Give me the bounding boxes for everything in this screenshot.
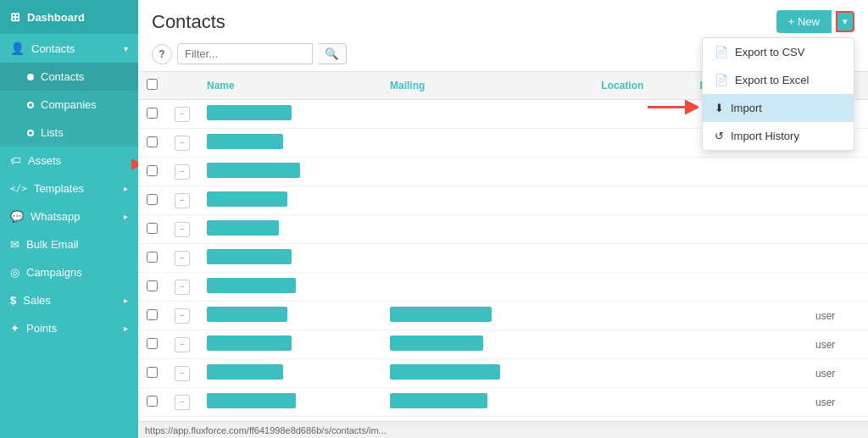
row-name-cell (198, 244, 381, 273)
row-name-cell (198, 129, 381, 158)
row-minus-button[interactable]: − (175, 308, 190, 324)
name-bar (207, 249, 292, 264)
row-mailing-cell (381, 273, 593, 302)
row-location-cell (593, 158, 691, 186)
row-minus-cell: − (166, 244, 198, 273)
sidebar-label: Whatsapp (31, 210, 81, 223)
name-bar (207, 191, 287, 207)
row-minus-cell: − (166, 129, 198, 158)
import-item[interactable]: ⬇ Import (703, 94, 854, 122)
sidebar-label: Points (26, 322, 57, 335)
row-minus-button[interactable]: − (175, 107, 190, 122)
sidebar-item-contacts-parent[interactable]: 👤 Contacts ▾ (0, 34, 138, 63)
row-checkbox[interactable] (147, 108, 158, 119)
status-badge: user (815, 396, 835, 408)
table-row: −user (138, 359, 868, 388)
row-checkbox[interactable] (147, 280, 158, 291)
row-checkbox-cell (138, 330, 166, 359)
row-status-cell (807, 215, 868, 244)
table-row: − (138, 158, 868, 186)
row-mailing-cell (381, 359, 593, 388)
row-checkbox[interactable] (147, 396, 158, 407)
table-row: − (138, 215, 868, 244)
row-minus-button[interactable]: − (175, 337, 190, 352)
row-minus-button[interactable]: − (175, 280, 190, 295)
dot-icon (27, 74, 34, 80)
select-all-checkbox[interactable] (147, 79, 158, 90)
dashboard-label: Dashboard (27, 11, 85, 24)
history-icon: ↺ (715, 130, 724, 142)
import-history-label: Import History (731, 130, 799, 142)
row-status-cell (807, 273, 868, 302)
chevron-right-icon: ▸ (124, 212, 128, 221)
chevron-right-icon: ▸ (124, 296, 128, 305)
row-minus-button[interactable]: − (175, 366, 190, 381)
row-minus-cell: − (166, 100, 198, 129)
sidebar-item-sales[interactable]: $ Sales ▸ (0, 286, 138, 314)
row-minus-button[interactable]: − (175, 136, 190, 151)
info-button[interactable]: ? (152, 44, 172, 64)
row-minus-button[interactable]: − (175, 395, 190, 410)
sidebar-item-contacts[interactable]: Contacts (0, 63, 138, 91)
row-minus-button[interactable]: − (175, 193, 190, 208)
row-mailing-cell (381, 158, 593, 186)
import-history-item[interactable]: ↺ Import History (703, 122, 854, 150)
sidebar-item-lists[interactable]: Lists (0, 119, 138, 147)
row-checkbox[interactable] (147, 136, 158, 147)
row-checkbox[interactable] (147, 223, 158, 234)
row-checkbox[interactable] (147, 252, 158, 263)
sidebar-label: Bulk Email (26, 238, 78, 251)
tag-icon: 🏷 (10, 154, 21, 167)
row-checkbox-cell (138, 388, 166, 417)
row-checkbox[interactable] (147, 309, 158, 320)
filter-search-button[interactable]: 🔍 (318, 43, 347, 64)
sidebar-item-templates[interactable]: </> Templates ▸ (0, 175, 138, 202)
export-excel-item[interactable]: 📄 Export to Excel (703, 66, 854, 94)
chevron-right-icon: ▸ (124, 184, 128, 193)
table-row: −user (138, 388, 868, 417)
row-minus-button[interactable]: − (175, 251, 190, 266)
new-button[interactable]: + New (776, 10, 832, 33)
chevron-right-icon: ▸ (124, 324, 128, 333)
row-checkbox-cell (138, 186, 166, 215)
mailing-bar (390, 364, 500, 380)
sidebar-item-companies[interactable]: Companies (0, 91, 138, 119)
dashboard-nav-item[interactable]: ⊞ Dashboard (0, 0, 138, 34)
row-last-active-cell (692, 158, 807, 186)
url-display: https://app.fluxforce.com/ff641998e8d686… (145, 425, 387, 435)
row-checkbox[interactable] (147, 194, 158, 205)
dropdown-toggle-button[interactable]: ▾ (836, 11, 854, 32)
table-row: −user (138, 302, 868, 330)
import-icon: ⬇ (715, 102, 724, 114)
row-mailing-cell (381, 302, 593, 330)
row-location-cell (593, 302, 691, 330)
row-status-cell (807, 186, 868, 215)
row-last-active-cell (692, 302, 807, 330)
mailing-column-header: Mailing (381, 72, 593, 100)
name-bar (207, 163, 300, 178)
status-bar: https://app.fluxforce.com/ff641998e8d686… (138, 421, 868, 438)
row-location-cell (593, 186, 691, 215)
status-badge: user (815, 368, 835, 380)
row-checkbox[interactable] (147, 165, 158, 176)
row-location-cell (593, 129, 691, 158)
table-row: −user (138, 330, 868, 359)
sidebar-item-assets[interactable]: 🏷 Assets (0, 147, 138, 175)
name-bar (207, 105, 292, 120)
sidebar-item-whatsapp[interactable]: 💬 Whatsapp ▸ (0, 202, 138, 230)
row-minus-button[interactable]: − (175, 164, 190, 180)
row-checkbox[interactable] (147, 338, 158, 349)
sidebar-item-campaigns[interactable]: ◎ Campaigns (0, 258, 138, 286)
sidebar-label: Campaigns (26, 266, 82, 279)
export-csv-item[interactable]: 📄 Export to CSV (703, 38, 854, 66)
row-minus-button[interactable]: − (175, 222, 190, 237)
sidebar-item-bulk-email[interactable]: ✉ Bulk Email (0, 230, 138, 258)
row-location-cell (593, 359, 691, 388)
minus-header (166, 72, 198, 100)
row-checkbox[interactable] (147, 367, 158, 378)
row-checkbox-cell (138, 359, 166, 388)
sidebar-item-points[interactable]: ✦ Points ▸ (0, 314, 138, 342)
dot-icon (27, 130, 34, 136)
name-bar (207, 278, 296, 293)
filter-input[interactable] (177, 43, 313, 64)
